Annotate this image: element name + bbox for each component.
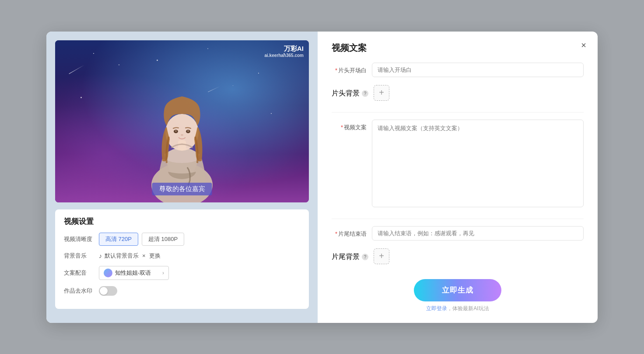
ending-row: *片尾结束语 (332, 226, 584, 241)
add-header-bg-btn[interactable]: + (374, 85, 389, 101)
music-replace-btn[interactable]: 更换 (149, 252, 161, 260)
music-name: 默认背景音乐 (105, 252, 139, 260)
music-controls: ♪ 默认背景音乐 × 更换 (99, 252, 300, 260)
brand-url: ai.keerhan365.com (265, 53, 304, 58)
ending-input[interactable] (372, 226, 584, 241)
toggle-knob (100, 287, 108, 295)
quality-720p-btn[interactable]: 高清 720P (99, 233, 138, 246)
opening-label: *片头开场白 (332, 63, 367, 74)
ending-required: * (335, 230, 337, 237)
cta-section: 立即生成 立即登录，体验最新AI玩法 (332, 272, 584, 312)
ending-bg-label-container: 片尾背景 ? (332, 248, 368, 262)
voice-label: 文案配音 (64, 269, 99, 277)
modal: 万彩AI ai.keerhan365.com (46, 32, 598, 323)
ending-bg-question-icon[interactable]: ? (362, 254, 368, 260)
login-link[interactable]: 立即登录 (426, 305, 447, 312)
cta-hint: 立即登录，体验最新AI玩法 (426, 305, 489, 312)
content-row: *视频文案 (332, 120, 584, 207)
header-bg-row: 片头背景 ? + (332, 85, 584, 101)
header-bg-label-container: 片头背景 ? (332, 85, 368, 98)
watermark-controls (99, 286, 300, 296)
panel-title: 视频文案 (332, 42, 584, 54)
add-ending-bg-btn[interactable]: + (374, 248, 389, 264)
video-subtitle: 尊敬的各位嘉宾 (152, 183, 212, 195)
ending-label: *片尾结束语 (332, 226, 367, 238)
music-remove-btn[interactable]: × (142, 252, 146, 259)
voice-name: 知性姐姐-双语 (115, 269, 160, 277)
voice-selector[interactable]: 知性姐姐-双语 › (99, 266, 169, 280)
svg-point-7 (181, 134, 183, 136)
quality-controls: 高清 720P 超清 1080P (99, 233, 300, 246)
ending-bg-row: 片尾背景 ? + (332, 248, 584, 264)
content-required: * (341, 124, 343, 131)
svg-point-5 (175, 130, 177, 132)
opening-required: * (335, 67, 337, 74)
modal-overlay: 万彩AI ai.keerhan365.com (0, 0, 644, 354)
quality-label: 视频清晰度 (64, 235, 99, 243)
music-icon: ♪ (99, 252, 102, 259)
header-bg-label: 片头背景 (332, 89, 360, 98)
voice-avatar (104, 269, 112, 277)
music-label: 背景音乐 (64, 252, 99, 260)
quality-1080p-btn[interactable]: 超清 1080P (142, 233, 184, 246)
content-label: *视频文案 (332, 120, 367, 131)
quality-row: 视频清晰度 高清 720P 超清 1080P (64, 233, 300, 246)
voice-row: 文案配音 知性姐姐-双语 › (64, 266, 300, 280)
chevron-right-icon: › (162, 270, 164, 276)
watermark-toggle[interactable] (99, 286, 117, 296)
watermark-label: 作品去水印 (64, 287, 99, 295)
music-row: 背景音乐 ♪ 默认背景音乐 × 更换 (64, 252, 300, 260)
ending-bg-label: 片尾背景 (332, 252, 360, 262)
opening-row: *片头开场白 (332, 63, 584, 77)
voice-controls: 知性姐姐-双语 › (99, 266, 300, 280)
video-watermark: 万彩AI ai.keerhan365.com (265, 45, 304, 58)
header-bg-question-icon[interactable]: ? (362, 90, 368, 97)
right-panel: × 视频文案 *片头开场白 片头背景 ? + * (318, 32, 598, 323)
svg-point-2 (165, 114, 199, 151)
close-btn[interactable]: × (577, 39, 591, 53)
divider-2 (332, 219, 584, 219)
opening-input[interactable] (372, 63, 584, 77)
music-info: ♪ 默认背景音乐 (99, 252, 139, 260)
left-panel: 万彩AI ai.keerhan365.com (46, 32, 318, 323)
brand-name: 万彩AI (265, 45, 304, 53)
content-textarea[interactable] (372, 120, 584, 207)
settings-section: 视频设置 视频清晰度 高清 720P 超清 1080P 背景音乐 ♪ (55, 209, 309, 309)
video-preview: 万彩AI ai.keerhan365.com (55, 40, 309, 202)
watermark-row: 作品去水印 (64, 286, 300, 296)
generate-btn[interactable]: 立即生成 (414, 279, 501, 301)
divider-1 (332, 112, 584, 113)
settings-title: 视频设置 (64, 216, 300, 227)
svg-point-6 (187, 130, 189, 132)
